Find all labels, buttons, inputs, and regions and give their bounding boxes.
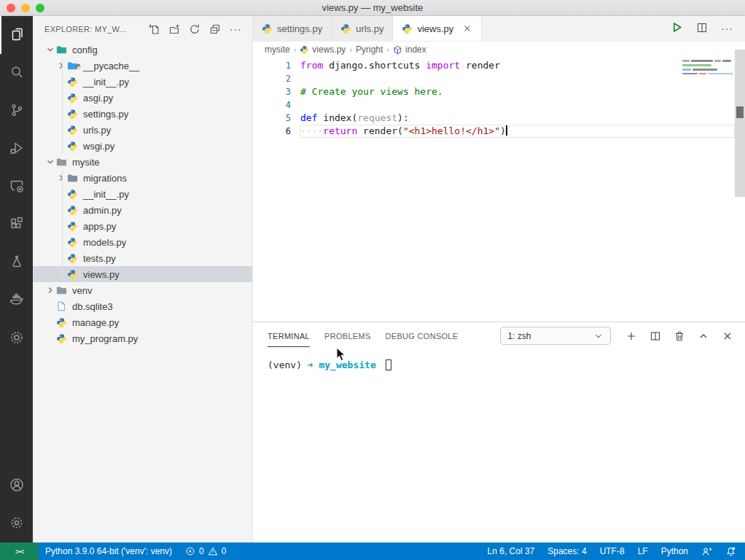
code-editor[interactable]: 1from django.shortcuts import render23# … <box>253 58 745 322</box>
activity-extensions[interactable] <box>0 206 33 244</box>
new-folder-icon[interactable] <box>168 23 180 35</box>
editor-scrollbar[interactable] <box>735 50 745 197</box>
code-line-4[interactable]: 4 <box>253 98 745 112</box>
feedback-status[interactable] <box>695 542 719 560</box>
scrollbar-thumb[interactable] <box>736 106 744 118</box>
tab-settings.py[interactable]: settings.py <box>253 16 332 41</box>
activity-search[interactable] <box>0 54 33 92</box>
chevron-right-icon[interactable] <box>55 61 67 71</box>
python-icon <box>67 189 79 200</box>
tree-item-__init__.py[interactable]: __init__.py <box>33 74 252 90</box>
tree-item-settings.py[interactable]: settings.py <box>33 106 252 122</box>
beaker-icon <box>8 253 26 273</box>
activity-containers[interactable] <box>0 319 33 357</box>
tree-item-mysite[interactable]: mysite <box>33 154 252 170</box>
close-panel-icon[interactable] <box>722 330 733 342</box>
chevron-right-icon[interactable] <box>55 173 67 183</box>
tab-urls.py[interactable]: urls.py <box>332 16 393 41</box>
split-editor-button[interactable] <box>696 22 708 36</box>
terminal-output[interactable]: (venv) ➜ my_website <box>253 349 745 370</box>
chevron-down-icon[interactable] <box>44 157 56 167</box>
line-number: 2 <box>253 72 291 85</box>
language-mode-status[interactable]: Python <box>655 542 695 560</box>
code-line-3[interactable]: 3# Create your views here. <box>253 85 745 98</box>
maximize-panel-icon[interactable] <box>698 330 709 342</box>
eol-status[interactable]: LF <box>631 542 655 560</box>
maximize-window-button[interactable] <box>36 4 44 12</box>
minimap[interactable] <box>682 60 733 77</box>
tree-item-db.sqlite3[interactable]: db.sqlite3 <box>33 298 252 314</box>
encoding-status[interactable]: UTF-8 <box>593 542 631 560</box>
tree-item-urls.py[interactable]: urls.py <box>33 122 252 138</box>
activity-remote-explorer[interactable] <box>0 168 33 206</box>
chevron-right-icon[interactable] <box>44 285 56 295</box>
tree-item-models.py[interactable]: models.py <box>33 234 252 250</box>
panel-tab-terminal[interactable]: TERMINAL <box>268 324 310 347</box>
tree-item-label: views.py <box>83 269 120 280</box>
tree-item-label: __init__.py <box>83 77 129 88</box>
code-token: def <box>300 112 317 123</box>
activity-source-control[interactable] <box>0 92 33 130</box>
indentation-status[interactable]: Spaces: 4 <box>541 542 593 560</box>
tree-item-__init__.py[interactable]: __init__.py <box>33 186 252 202</box>
close-window-button[interactable] <box>7 4 15 12</box>
code-token: index <box>323 112 351 123</box>
chevron-down-icon[interactable] <box>44 44 56 55</box>
editor-more-icon[interactable]: ··· <box>721 26 733 31</box>
panel-tab-problems[interactable]: PROBLEMS <box>324 324 371 347</box>
collapse-folders-icon[interactable] <box>209 23 221 35</box>
activity-account[interactable] <box>0 467 33 505</box>
refresh-icon[interactable] <box>189 23 200 35</box>
tree-item-manage.py[interactable]: manage.py <box>33 314 252 330</box>
new-terminal-icon[interactable] <box>625 330 637 342</box>
code-line-2[interactable]: 2 <box>253 72 745 85</box>
code-token: ): <box>397 112 409 123</box>
account-icon <box>8 476 26 496</box>
tree-item-apps.py[interactable]: apps.py <box>33 218 252 234</box>
docker-whale-icon <box>8 291 26 311</box>
notifications-status[interactable] <box>719 542 745 560</box>
terminal-shell-select[interactable]: 1: zsh <box>500 327 611 345</box>
activity-explorer[interactable] <box>0 16 33 54</box>
breadcrumb-item-Pyright[interactable]: Pyright <box>356 44 383 55</box>
breadcrumb-item-mysite[interactable]: mysite <box>265 44 290 55</box>
cursor-position-status[interactable]: Ln 6, Col 37 <box>481 542 542 560</box>
run-python-file-button[interactable] <box>671 21 683 36</box>
minimize-window-button[interactable] <box>21 4 30 12</box>
breadcrumb-separator: › <box>348 45 353 54</box>
tree-item-venv[interactable]: venv <box>33 282 252 298</box>
new-file-icon[interactable] <box>148 23 160 35</box>
activity-docker[interactable] <box>0 281 33 319</box>
tree-item-admin.py[interactable]: admin.py <box>33 202 252 218</box>
python-icon <box>300 45 309 55</box>
close-tab-icon[interactable] <box>462 23 472 34</box>
tree-item-my_program.py[interactable]: my_program.py <box>33 330 252 346</box>
tree-item-tests.py[interactable]: tests.py <box>33 250 252 266</box>
activity-settings[interactable] <box>0 505 33 542</box>
remote-indicator[interactable]: >< <box>0 542 39 560</box>
breadcrumb-item-index[interactable]: index <box>393 44 426 55</box>
activity-run-debug[interactable] <box>0 130 33 168</box>
activity-testing[interactable] <box>0 244 33 281</box>
tab-views.py[interactable]: views.py <box>393 16 482 41</box>
tree-item-asgi.py[interactable]: asgi.py <box>33 90 252 106</box>
code-line-5[interactable]: 5def index(request): <box>253 112 745 125</box>
indentation-label: Spaces: 4 <box>547 546 586 556</box>
python-interpreter-status[interactable]: Python 3.9.0 64-bit ('venv': venv) <box>39 542 179 560</box>
tree-item-label: migrations <box>83 173 127 184</box>
explorer-more-icon[interactable]: ··· <box>230 26 242 32</box>
tree-item-views.py[interactable]: views.py <box>33 266 252 282</box>
kill-terminal-icon[interactable] <box>674 330 685 342</box>
code-line-6[interactable]: 6····return render("<h1>hello!</h1>") <box>253 125 745 138</box>
tree-item-config[interactable]: config <box>33 42 252 58</box>
code-line-1[interactable]: 1from django.shortcuts import render <box>253 59 745 72</box>
problems-status[interactable]: 0 0 <box>179 542 233 560</box>
tree-item-__pycache__[interactable]: __pycache__ <box>33 58 252 74</box>
tree-item-wsgi.py[interactable]: wsgi.py <box>33 138 252 154</box>
split-terminal-icon[interactable] <box>650 330 661 342</box>
terminal-panel: TERMINALPROBLEMSDEBUG CONSOLE 1: zsh (ve… <box>253 322 745 542</box>
eol-label: LF <box>638 546 648 556</box>
tree-item-migrations[interactable]: migrations <box>33 170 252 186</box>
breadcrumb-item-views.py[interactable]: views.py <box>300 44 346 55</box>
panel-tab-debug-console[interactable]: DEBUG CONSOLE <box>386 324 459 347</box>
